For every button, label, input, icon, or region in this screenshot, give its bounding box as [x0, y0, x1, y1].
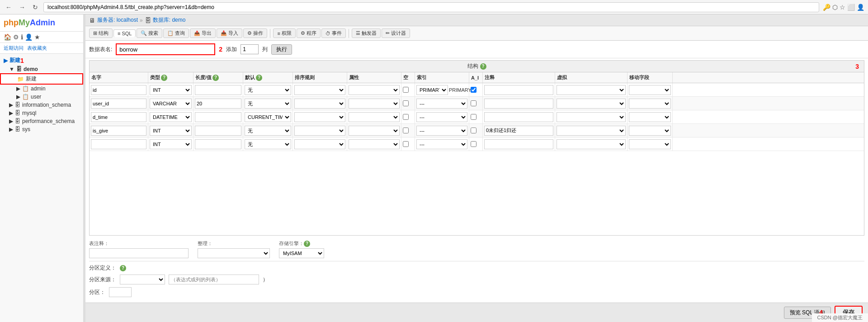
select-move-4[interactable] — [629, 139, 671, 149]
select-collation-0[interactable] — [294, 85, 345, 95]
toolbar-btn-privileges[interactable]: ≡ 权限 — [273, 28, 295, 38]
length-info-icon[interactable]: ? — [212, 75, 219, 81]
select-collation-2[interactable] — [294, 112, 345, 122]
input-name-2[interactable] — [91, 112, 146, 122]
url-bar[interactable] — [43, 2, 819, 12]
toolbar-btn-operations[interactable]: ⚙ 操作 — [243, 28, 267, 38]
select-type-4[interactable]: INTVARCHARDATETIME — [150, 139, 192, 149]
select-attribute-2[interactable] — [349, 112, 400, 122]
user-icon[interactable]: 👤 — [25, 33, 33, 41]
select-virtual-2[interactable] — [557, 112, 626, 122]
sidebar-item-admin[interactable]: ▶ 📋 admin — [0, 85, 83, 93]
storage-info-icon[interactable]: ? — [304, 241, 310, 247]
sidebar-item-user[interactable]: ▶ 📋 user — [0, 93, 83, 101]
select-type-0[interactable]: INTVARCHARDATETIME — [150, 85, 192, 95]
select-default-4[interactable]: 无 — [245, 139, 291, 149]
select-virtual-0[interactable] — [557, 85, 626, 95]
select-attribute-1[interactable] — [349, 99, 400, 109]
input-name-1[interactable] — [91, 99, 146, 109]
info-icon2[interactable]: ℹ — [21, 33, 23, 41]
input-comment-1[interactable] — [484, 99, 553, 109]
breadcrumb-db-label[interactable]: 数据库: demo — [153, 16, 186, 24]
forward-button[interactable]: → — [17, 3, 27, 12]
select-default-2[interactable]: CURRENT_TIME无 — [245, 112, 291, 122]
select-default-0[interactable]: 无CURRENT_TIMESTAMP — [245, 85, 291, 95]
sidebar-item-performance-schema[interactable]: ▶ 🗄 performance_schema — [0, 117, 83, 125]
refresh-button[interactable]: ↻ — [31, 3, 40, 12]
default-info-icon[interactable]: ? — [256, 75, 262, 81]
select-type-2[interactable]: DATETIMEINTVARCHAR — [150, 112, 192, 122]
input-length-0[interactable] — [195, 85, 241, 95]
select-virtual-4[interactable] — [557, 139, 626, 149]
execute-button[interactable]: 执行 — [271, 44, 292, 55]
select-move-2[interactable] — [629, 112, 671, 122]
input-comment-3[interactable] — [484, 126, 553, 136]
sidebar-item-demo[interactable]: ▼ 🗄 demo — [0, 65, 83, 73]
select-collation-1[interactable] — [294, 99, 345, 109]
select-index-1[interactable]: ---PRIMARY — [416, 99, 467, 109]
sidebar-item-mysql[interactable]: ▶ 🗄 mysql — [0, 109, 83, 117]
toolbar-btn-designer[interactable]: ✏ 设计器 — [382, 28, 410, 38]
input-comment-4[interactable] — [484, 139, 553, 149]
checkbox-ai-1[interactable] — [471, 100, 476, 106]
toolbar-btn-import[interactable]: 📥 导入 — [217, 28, 242, 38]
select-index-4[interactable]: ---PRIMARY — [416, 139, 467, 149]
toolbar-btn-sql[interactable]: ≡ SQL — [113, 29, 136, 37]
breadcrumb-server-label[interactable]: 服务器: localhost — [97, 16, 138, 24]
select-move-0[interactable] — [629, 85, 671, 95]
settings-icon[interactable]: ⚙ — [13, 33, 19, 41]
toolbar-btn-routines[interactable]: ⚙ 程序 — [297, 28, 321, 38]
checkbox-null-0[interactable] — [403, 87, 409, 93]
select-move-3[interactable] — [629, 126, 671, 136]
home-icon[interactable]: 🏠 — [4, 33, 11, 41]
checkbox-ai-2[interactable] — [471, 114, 476, 120]
toolbar-btn-query[interactable]: 📋 查询 — [163, 28, 189, 38]
select-index-0[interactable]: PRIMARY--- — [416, 85, 448, 95]
select-virtual-1[interactable] — [557, 99, 626, 109]
checkbox-null-1[interactable] — [403, 100, 409, 106]
select-attribute-4[interactable] — [349, 139, 400, 149]
collation-select[interactable] — [198, 248, 270, 258]
checkbox-null-2[interactable] — [403, 114, 409, 120]
checkbox-ai-4[interactable] — [471, 141, 476, 147]
partition-info-icon[interactable]: ? — [120, 265, 126, 271]
select-virtual-3[interactable] — [557, 126, 626, 136]
partition-expr-input[interactable] — [169, 275, 259, 284]
select-index-3[interactable]: ---PRIMARY — [416, 126, 467, 136]
toolbar-btn-triggers[interactable]: ☰ 触发器 — [352, 28, 381, 38]
select-collation-3[interactable] — [294, 126, 345, 136]
sidebar-item-sys[interactable]: ▶ 🗄 sys — [0, 125, 83, 133]
new-db-item[interactable]: ▶ 新建 1 — [0, 56, 83, 65]
select-default-3[interactable]: 无 — [245, 126, 291, 136]
input-length-2[interactable] — [195, 112, 241, 122]
input-name-3[interactable] — [91, 126, 146, 136]
select-attribute-3[interactable] — [349, 126, 400, 136]
checkbox-null-4[interactable] — [403, 141, 409, 147]
select-collation-4[interactable] — [294, 139, 345, 149]
input-length-3[interactable] — [195, 126, 241, 136]
select-move-1[interactable] — [629, 99, 671, 109]
input-name-0[interactable] — [91, 85, 146, 95]
input-comment-0[interactable] — [484, 85, 553, 95]
checkbox-ai-0[interactable] — [471, 87, 476, 93]
input-comment-2[interactable] — [484, 112, 553, 122]
input-length-4[interactable] — [195, 139, 241, 149]
table-name-input[interactable] — [116, 43, 215, 55]
checkbox-ai-3[interactable] — [471, 128, 476, 133]
sidebar-item-new-table[interactable]: 📁 新建 — [0, 73, 83, 85]
select-type-3[interactable]: INTVARCHARDATETIME — [150, 126, 192, 136]
comment-input[interactable] — [89, 248, 189, 258]
toolbar-btn-export[interactable]: 📤 导出 — [190, 28, 216, 38]
toolbar-btn-structure[interactable]: ⊞ 结构 — [89, 28, 113, 38]
structure-info-icon[interactable]: ? — [480, 63, 486, 70]
select-index-2[interactable]: ---PRIMARY — [416, 112, 467, 122]
favorites-link[interactable]: 表收藏夹 — [27, 45, 47, 52]
sidebar-item-information-schema[interactable]: ▶ 🗄 information_schema — [0, 101, 83, 109]
select-attribute-0[interactable] — [349, 85, 400, 95]
partition-area-input[interactable] — [109, 287, 132, 297]
star-icon[interactable]: ★ — [34, 33, 40, 41]
add-count-input[interactable] — [241, 44, 259, 54]
input-name-4[interactable] — [91, 139, 146, 149]
type-info-icon[interactable]: ? — [161, 75, 167, 81]
select-type-1[interactable]: VARCHARINTDATETIME — [150, 99, 192, 109]
